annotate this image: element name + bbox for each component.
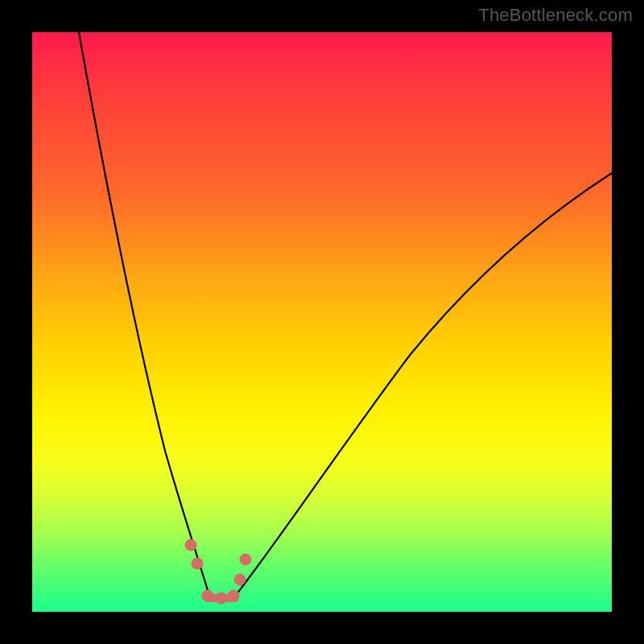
svg-point-3 — [216, 592, 227, 604]
svg-point-6 — [240, 554, 251, 565]
valley-markers — [185, 539, 251, 604]
chart-frame: TheBottleneck.com — [0, 0, 644, 644]
svg-point-4 — [228, 590, 239, 601]
plot-area — [32, 32, 612, 612]
left-curve — [79, 32, 209, 596]
svg-point-2 — [202, 590, 213, 601]
watermark-text: TheBottleneck.com — [478, 5, 633, 26]
svg-point-0 — [185, 539, 196, 551]
curve-layer — [32, 32, 612, 612]
svg-point-1 — [192, 558, 203, 569]
svg-point-5 — [234, 574, 246, 585]
right-curve — [233, 173, 612, 598]
